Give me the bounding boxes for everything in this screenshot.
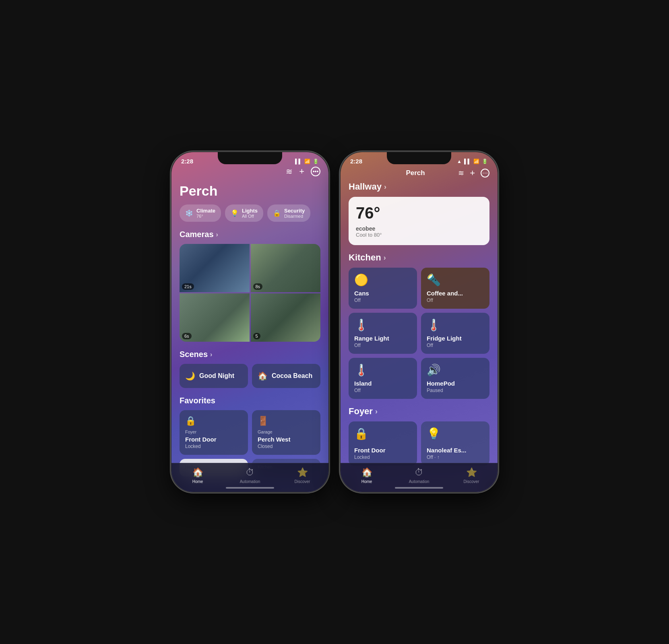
foyer-header[interactable]: Foyer › <box>349 406 489 417</box>
home-tab-label-2: Home <box>361 479 372 484</box>
lights-chip[interactable]: 💡 Lights All Off <box>225 204 263 222</box>
climate-chip[interactable]: ❄️ Climate 76° <box>180 204 221 222</box>
discover-tab-label: Discover <box>295 479 310 484</box>
cocoa-beach-scene[interactable]: 🏠 Cocoa Beach <box>252 364 320 388</box>
home-indicator-2 <box>395 487 443 489</box>
more-icon-2[interactable]: ⋯ <box>481 169 489 178</box>
cameras-grid: 21s 8s 6s 5 <box>180 244 320 342</box>
camera-cell-4[interactable]: 5 <box>251 293 321 342</box>
foyer-lock-icon: 🔒 <box>354 427 411 440</box>
hallway-label: Hallway <box>349 182 382 192</box>
nav-bar: Perch ≋ + ⋯ <box>341 166 498 182</box>
battery-icon: 🔋 <box>313 159 319 164</box>
coffee-device[interactable]: 🔦 Coffee and... Off <box>421 268 489 309</box>
tab-discover[interactable]: ⭐ Discover <box>288 467 316 484</box>
kitchen-header[interactable]: Kitchen › <box>349 252 489 263</box>
island-name: Island <box>354 380 411 387</box>
perch-west-room: Garage <box>258 429 315 434</box>
tab-home-2[interactable]: 🏠 Home <box>353 467 381 484</box>
home-tab-icon: 🏠 <box>192 467 203 478</box>
cans-device[interactable]: 🟡 Cans Off <box>349 268 417 309</box>
home-indicator <box>226 487 274 489</box>
tab-home[interactable]: 🏠 Home <box>184 467 212 484</box>
scenes-header[interactable]: Scenes › <box>180 350 320 359</box>
hallway-header[interactable]: Hallway › <box>349 182 489 192</box>
cans-name: Cans <box>354 290 411 297</box>
waveform-icon[interactable]: ≋ <box>286 167 293 176</box>
cameras-chevron: › <box>216 231 218 238</box>
foyer-grid: 🔒 Front Door Locked 💡 Nanoleaf Es... Off… <box>349 421 489 466</box>
automation-tab-icon-2: ⏱ <box>415 467 423 478</box>
camera-badge-3: 6s <box>182 333 192 339</box>
wifi-icon-2: 📶 <box>473 159 479 164</box>
status-icons: ▌▌ 📶 🔋 <box>295 159 319 164</box>
signal-icon-2: ▌▌ <box>464 159 471 164</box>
homepod-status: Paused <box>427 388 484 393</box>
island-icon: 🌡️ <box>354 363 411 377</box>
location-icon: ▲ <box>457 159 462 164</box>
camera-badge-1: 21s <box>182 283 194 290</box>
thermostat-card[interactable]: 76° ecobee Cool to 80° <box>349 197 489 245</box>
quick-stats-row: ❄️ Climate 76° 💡 Lights All Off 🔒 <box>180 204 320 222</box>
camera-cell-2[interactable]: 8s <box>251 244 321 292</box>
foyer-label: Foyer <box>349 406 373 417</box>
fridge-light-device[interactable]: 🌡️ Fridge Light Off <box>421 313 489 354</box>
cans-icon: 🟡 <box>354 273 411 287</box>
tab-automation[interactable]: ⏱ Automation <box>236 467 264 484</box>
cameras-label: Cameras <box>180 230 214 239</box>
more-icon[interactable]: ••• <box>311 167 320 176</box>
scenes-chevron: › <box>210 351 212 358</box>
thermostat-temp: 76° <box>356 204 482 222</box>
battery-icon-2: 🔋 <box>482 159 488 164</box>
security-value: Disarmed <box>284 214 305 219</box>
front-door-foyer-name: Front Door <box>354 447 411 454</box>
fridge-light-icon: 🌡️ <box>427 318 484 332</box>
lights-label: Lights <box>242 208 258 214</box>
house-icon: 🏠 <box>258 371 268 381</box>
tab-automation-2[interactable]: ⏱ Automation <box>405 467 433 484</box>
phone2-screen: 2:28 ▲ ▌▌ 📶 🔋 Perch ≋ + ⋯ Hallway › <box>341 152 498 492</box>
add-icon[interactable]: + <box>299 166 304 177</box>
front-door-card[interactable]: 🔒 Foyer Front Door Locked <box>180 410 248 455</box>
signal-icon: ▌▌ <box>295 159 302 164</box>
island-status: Off <box>354 388 411 393</box>
cameras-header[interactable]: Cameras › <box>180 230 320 239</box>
nanoleaf-device[interactable]: 💡 Nanoleaf Es... Off · ↑ <box>421 421 489 466</box>
homepod-device[interactable]: 🔊 HomePod Paused <box>421 358 489 399</box>
automation-tab-icon: ⏱ <box>246 467 254 478</box>
perch-west-name: Perch West <box>258 436 315 443</box>
time-display-2: 2:28 <box>350 158 362 165</box>
camera-cell-1[interactable]: 21s <box>180 244 250 292</box>
add-icon-2[interactable]: + <box>470 168 475 178</box>
front-door-status: Locked <box>185 444 242 449</box>
security-chip[interactable]: 🔒 Security Disarmed <box>267 204 310 222</box>
range-light-name: Range Light <box>354 335 411 342</box>
tab-discover-2[interactable]: ⭐ Discover <box>457 467 485 484</box>
automation-tab-label: Automation <box>240 479 260 484</box>
island-device[interactable]: 🌡️ Island Off <box>349 358 417 399</box>
automation-tab-label-2: Automation <box>409 479 429 484</box>
good-night-label: Good Night <box>199 372 234 380</box>
discover-tab-icon: ⭐ <box>297 467 308 478</box>
notch-2 <box>387 152 451 164</box>
moon-icon: 🌙 <box>185 371 195 381</box>
waveform-icon-2[interactable]: ≋ <box>458 169 464 178</box>
perch-west-card[interactable]: 🚪 Garage Perch West Closed <box>252 410 320 455</box>
camera-badge-2: 8s <box>253 283 263 290</box>
thermostat-mode: Cool to 80° <box>356 232 482 238</box>
camera-cell-3[interactable]: 6s <box>180 293 250 342</box>
kitchen-devices-grid: 🟡 Cans Off 🔦 Coffee and... Off 🌡️ Range … <box>349 268 489 399</box>
thermostat-brand: ecobee <box>356 225 482 232</box>
nav-actions: ≋ + ⋯ <box>458 168 489 178</box>
coffee-status: Off <box>427 297 484 303</box>
good-night-scene[interactable]: 🌙 Good Night <box>180 364 248 388</box>
coffee-name: Coffee and... <box>427 290 484 297</box>
foyer-front-door[interactable]: 🔒 Front Door Locked <box>349 421 417 466</box>
favorites-label: Favorites <box>180 396 215 405</box>
hallway-chevron: › <box>384 183 386 191</box>
foyer-chevron: › <box>375 407 378 416</box>
nanoleaf-name: Nanoleaf Es... <box>427 447 484 454</box>
range-light-device[interactable]: 🌡️ Range Light Off <box>349 313 417 354</box>
climate-value: 76° <box>196 214 215 219</box>
cans-status: Off <box>354 297 411 303</box>
